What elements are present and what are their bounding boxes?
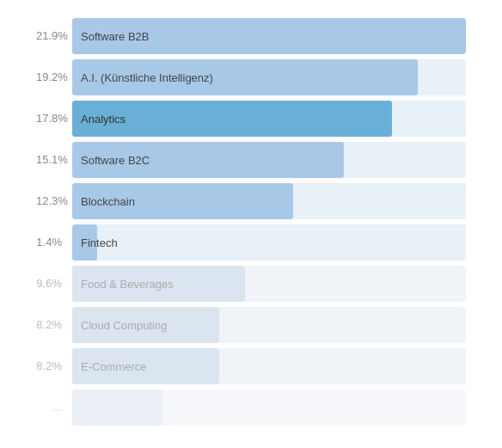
- percentage-label: 1.4%: [36, 236, 72, 249]
- bar-label: Fintech: [81, 236, 118, 249]
- bar-chart: 21.9%Software B2B19.2%A.I. (Künstliche I…: [19, 1, 483, 448]
- percentage-label: 12.3%: [36, 194, 72, 207]
- bar-track: A.I. (Künstliche Intelligenz): [72, 59, 466, 95]
- bar-track: [72, 390, 466, 426]
- percentage-label: 8.2%: [36, 359, 72, 372]
- bar-track: Cloud Computing: [72, 307, 466, 343]
- bar-fill: [72, 390, 162, 426]
- percentage-label: 9.6%: [36, 277, 72, 290]
- percentage-label: 8.2%: [36, 318, 72, 331]
- bar-row-software-b2c: 15.1%Software B2C: [36, 142, 466, 178]
- bar-label: Software B2C: [81, 153, 150, 166]
- bar-track: Food & Beverages: [72, 266, 466, 302]
- percentage-label: ...: [36, 401, 72, 414]
- bar-label: E-Commerce: [81, 359, 147, 372]
- bar-row-ai: 19.2%A.I. (Künstliche Intelligenz): [36, 59, 466, 95]
- bar-label: Software B2B: [81, 29, 150, 42]
- bar-row-blockchain: 12.3%Blockchain: [36, 183, 466, 219]
- bar-label: A.I. (Künstliche Intelligenz): [81, 71, 213, 83]
- bar-track: E-Commerce: [72, 348, 466, 384]
- bar-row-analytics: 17.8%Analytics: [36, 101, 466, 137]
- bar-row-cloud-computing: 8.2%Cloud Computing: [36, 307, 466, 343]
- bar-label: Food & Beverages: [81, 277, 174, 290]
- bar-track: Blockchain: [72, 183, 466, 219]
- bar-label: Blockchain: [81, 194, 135, 207]
- percentage-label: 17.8%: [36, 112, 72, 125]
- bar-row-food-beverages: 9.6%Food & Beverages: [36, 266, 466, 302]
- bar-row-last: ...: [36, 390, 466, 426]
- bar-label: Analytics: [81, 112, 126, 125]
- bar-row-software-b2b: 21.9%Software B2B: [36, 18, 466, 54]
- bar-track: Software B2C: [72, 142, 466, 178]
- percentage-label: 15.1%: [36, 153, 72, 166]
- bar-track: Software B2B: [72, 18, 466, 54]
- percentage-label: 19.2%: [36, 71, 72, 83]
- bar-label: Cloud Computing: [81, 318, 167, 331]
- bar-row-fintech: 1.4%Fintech: [36, 224, 466, 261]
- bar-track: Fintech: [72, 224, 466, 261]
- bar-row-ecommerce: 8.2%E-Commerce: [36, 348, 466, 384]
- bar-track: Analytics: [72, 101, 466, 137]
- percentage-label: 21.9%: [36, 29, 72, 42]
